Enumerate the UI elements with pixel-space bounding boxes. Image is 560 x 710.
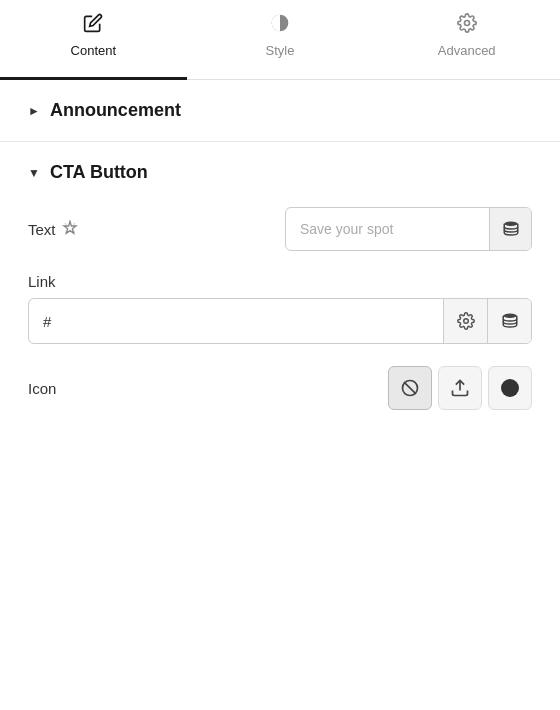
pencil-icon [83, 13, 103, 37]
link-settings-icon-button[interactable] [443, 299, 487, 343]
text-field-label: Text [28, 220, 78, 239]
link-field-row: Link [28, 273, 532, 344]
svg-point-3 [463, 319, 468, 324]
link-input-group [28, 298, 532, 344]
chevron-down-icon: ▼ [28, 166, 40, 180]
no-icon-button[interactable] [388, 366, 432, 410]
circle-dot [501, 379, 519, 397]
text-input-group [285, 207, 532, 251]
tab-content[interactable]: Content [0, 0, 187, 79]
tab-style-label: Style [266, 43, 295, 58]
panel: Content Style Advanced [0, 0, 560, 710]
svg-point-4 [503, 314, 517, 319]
sparkle-icon[interactable] [62, 220, 78, 239]
announcement-header[interactable]: ► Announcement [28, 100, 532, 121]
halfcircle-icon [270, 13, 290, 37]
tab-bar: Content Style Advanced [0, 0, 560, 80]
svg-line-6 [404, 382, 416, 394]
text-field-row: Text [28, 207, 532, 251]
tab-style[interactable]: Style [187, 0, 374, 79]
icon-field-label: Icon [28, 380, 56, 397]
icon-field-row: Icon [28, 366, 532, 410]
announcement-title: Announcement [50, 100, 181, 121]
cta-title: CTA Button [50, 162, 148, 183]
link-field-label: Link [28, 273, 532, 290]
tab-advanced-label: Advanced [438, 43, 496, 58]
tab-advanced[interactable]: Advanced [373, 0, 560, 79]
svg-point-2 [504, 222, 518, 227]
chevron-right-icon: ► [28, 104, 40, 118]
svg-point-1 [464, 21, 469, 26]
text-db-icon-button[interactable] [489, 208, 531, 250]
cta-header[interactable]: ▼ CTA Button [28, 162, 532, 183]
text-input[interactable] [286, 211, 489, 247]
gear-icon [457, 13, 477, 37]
announcement-section: ► Announcement [0, 80, 560, 142]
upload-icon-button[interactable] [438, 366, 482, 410]
circle-icon-button[interactable] [488, 366, 532, 410]
icon-btn-group [388, 366, 532, 410]
cta-button-section: ▼ CTA Button Text [0, 142, 560, 430]
tab-content-label: Content [71, 43, 117, 58]
link-db-icon-button[interactable] [487, 299, 531, 343]
link-input[interactable] [29, 301, 443, 342]
content-area: ► Announcement ▼ CTA Button Text [0, 80, 560, 710]
